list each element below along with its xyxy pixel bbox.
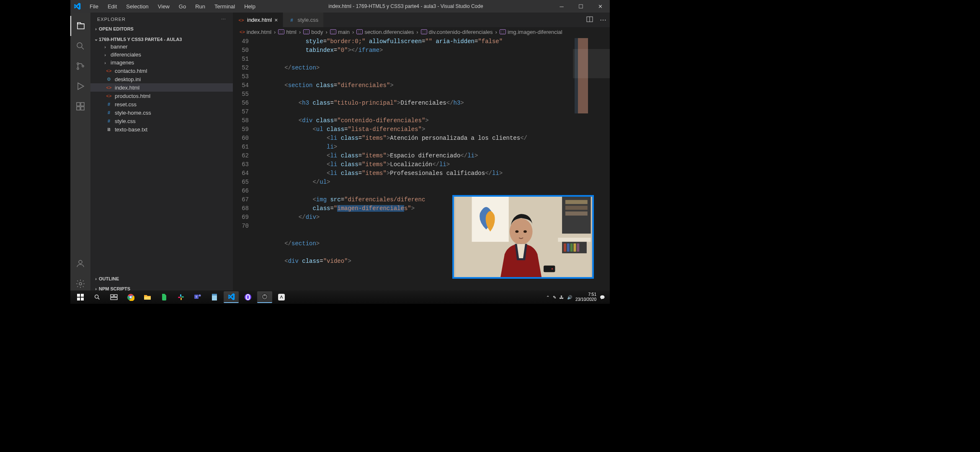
teams-icon[interactable]: T xyxy=(190,291,205,303)
tab-style-css[interactable]: # style.css xyxy=(283,13,324,27)
svg-rect-13 xyxy=(565,200,588,204)
svg-point-40 xyxy=(130,296,132,298)
opera-icon[interactable] xyxy=(240,291,255,303)
file-reset-css[interactable]: #reset.css xyxy=(90,100,233,108)
svg-rect-42 xyxy=(181,296,184,298)
chevron-down-icon: ⌄ xyxy=(93,36,99,42)
vscode-icon[interactable] xyxy=(224,291,239,303)
chevron-right-icon: › xyxy=(274,29,276,35)
css-file-icon: # xyxy=(106,101,112,108)
svg-rect-14 xyxy=(565,206,588,210)
svg-rect-35 xyxy=(114,295,117,297)
menu-edit[interactable]: Edit xyxy=(103,2,121,11)
symbol-icon: ⬚ xyxy=(356,29,363,34)
maximize-button[interactable]: ☐ xyxy=(571,0,591,13)
explorer-icon[interactable] xyxy=(70,16,90,36)
menu-help[interactable]: Help xyxy=(240,2,260,11)
slack-icon[interactable] xyxy=(173,291,188,303)
run-debug-icon[interactable] xyxy=(70,76,90,96)
svg-rect-20 xyxy=(570,244,573,252)
more-actions-icon[interactable]: ⋯ xyxy=(600,16,606,24)
svg-rect-29 xyxy=(77,294,80,297)
project-folder[interactable]: ⌄ 1769-HTML5 Y CSS3 PARTE4 - AULA3 xyxy=(90,36,233,43)
menu-run[interactable]: Run xyxy=(191,2,209,11)
svg-point-26 xyxy=(524,230,527,233)
start-button[interactable] xyxy=(73,291,88,303)
file-index-html[interactable]: <>index.html xyxy=(90,83,233,92)
notifications-icon[interactable]: 💬 xyxy=(600,295,605,300)
folder-banner[interactable]: ›banner xyxy=(90,43,233,51)
volume-icon[interactable]: 🔊 xyxy=(567,295,572,300)
file-explorer-icon[interactable] xyxy=(140,291,155,303)
file-productos-html[interactable]: <>productos.html xyxy=(90,92,233,100)
chevron-up-icon[interactable]: ⌃ xyxy=(546,295,549,300)
symbol-icon: ⬚ xyxy=(303,29,309,34)
network-icon[interactable]: 🖧 xyxy=(560,295,564,300)
svg-rect-41 xyxy=(180,294,181,297)
explorer-sidebar: EXPLORER ⋯ › OPEN EDITORS ⌄ 1769-HTML5 Y… xyxy=(90,13,233,294)
svg-rect-49 xyxy=(212,294,217,295)
html-file-icon: <> xyxy=(106,67,112,74)
folder-imagenes[interactable]: ›imagenes xyxy=(90,59,233,67)
svg-point-47 xyxy=(199,295,201,297)
source-control-icon[interactable] xyxy=(70,56,90,76)
svg-rect-18 xyxy=(564,244,566,252)
svg-rect-6 xyxy=(77,107,80,110)
search-icon[interactable] xyxy=(90,291,105,303)
chevron-right-icon: › xyxy=(102,44,108,49)
outline-section[interactable]: › OUTLINE xyxy=(90,275,233,282)
svg-point-1 xyxy=(77,63,79,64)
file-style-css[interactable]: #style.css xyxy=(90,117,233,125)
file-desktop-ini[interactable]: ⚙desktop.ini xyxy=(90,75,233,83)
svg-rect-31 xyxy=(77,298,80,300)
css-file-icon: # xyxy=(106,118,112,124)
file-contacto-html[interactable]: <>contacto.html xyxy=(90,67,233,75)
minimap-slider[interactable] xyxy=(573,49,610,78)
chevron-right-icon: › xyxy=(416,29,418,35)
svg-rect-55 xyxy=(278,294,285,300)
task-view-icon[interactable] xyxy=(106,291,121,303)
obs-icon[interactable] xyxy=(257,291,272,303)
svg-rect-32 xyxy=(81,298,84,300)
svg-rect-44 xyxy=(178,297,181,298)
menu-view[interactable]: View xyxy=(154,2,174,11)
chrome-icon[interactable] xyxy=(123,291,138,303)
file-style-home-css[interactable]: #style-home.css xyxy=(90,108,233,117)
chevron-right-icon: › xyxy=(102,60,108,65)
chevron-right-icon: › xyxy=(299,29,301,35)
file-texto-base-txt[interactable]: 🗎texto-base.txt xyxy=(90,125,233,134)
html-file-icon: <> xyxy=(106,84,112,91)
svg-rect-27 xyxy=(544,266,555,272)
system-tray[interactable]: ⌃ ✎ 🖧 🔊 7:51 23/10/2020 💬 xyxy=(546,292,607,302)
title-bar: File Edit Selection View Go Run Terminal… xyxy=(70,0,610,13)
close-tab-icon[interactable]: × xyxy=(274,17,278,23)
menu-selection[interactable]: Selection xyxy=(122,2,152,11)
open-editors-section[interactable]: › OPEN EDITORS xyxy=(90,26,233,32)
evernote-icon[interactable] xyxy=(157,291,172,303)
account-icon[interactable] xyxy=(70,254,90,274)
svg-point-0 xyxy=(77,43,82,48)
svg-point-54 xyxy=(264,294,266,296)
tab-index-html[interactable]: <> index.html × xyxy=(233,13,283,27)
menu-terminal[interactable]: Terminal xyxy=(210,2,239,11)
svg-rect-19 xyxy=(567,244,570,252)
breadcrumbs[interactable]: <>index.html › ⬚html › ⬚body › ⬚main › ⬚… xyxy=(233,27,610,36)
app-icon[interactable] xyxy=(274,291,289,303)
close-window-button[interactable]: ✕ xyxy=(591,0,610,13)
html-file-icon: <> xyxy=(238,17,245,23)
clock[interactable]: 7:51 23/10/2020 xyxy=(575,292,596,302)
symbol-icon: ⬚ xyxy=(421,29,427,34)
folder-diferenciales[interactable]: ›diferenciales xyxy=(90,51,233,59)
split-editor-icon[interactable] xyxy=(586,16,593,24)
input-icon[interactable]: ✎ xyxy=(553,295,556,300)
menu-go[interactable]: Go xyxy=(175,2,190,11)
menu-file[interactable]: File xyxy=(85,2,103,11)
window-title: index.html - 1769-HTML5 y CSS3 parte4 - … xyxy=(260,3,552,9)
search-icon[interactable] xyxy=(70,36,90,56)
vscode-logo-icon xyxy=(70,0,84,13)
more-icon[interactable]: ⋯ xyxy=(221,17,226,22)
notepad-icon[interactable] xyxy=(207,291,222,303)
minimize-button[interactable]: ─ xyxy=(552,0,571,13)
extensions-icon[interactable] xyxy=(70,96,90,116)
svg-rect-7 xyxy=(81,107,84,110)
